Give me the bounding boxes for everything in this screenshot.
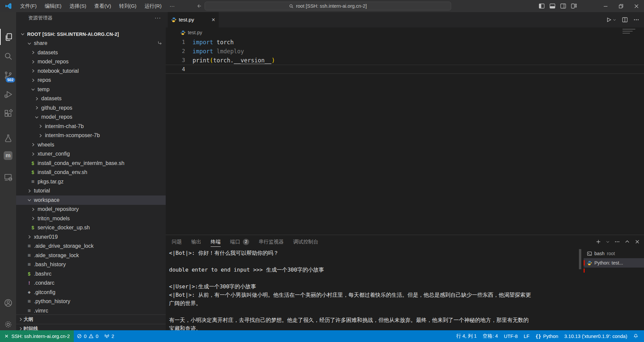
search-view-icon[interactable] [0,48,16,64]
breadcrumb[interactable]: test.py [180,27,202,38]
status-item-行 4, 列 1[interactable]: 行 4, 列 1 [453,330,480,342]
code-area[interactable]: 1import torch2import lmdeploy3print(torc… [166,38,644,74]
maximize-panel-icon[interactable] [625,239,630,244]
explorer-icon[interactable] [0,29,16,45]
menu-item-1[interactable]: 编辑(E) [41,0,65,12]
status-item-LF[interactable]: LF [521,330,532,342]
tree-item-internlm-xcomposer-7b[interactable]: internlm-xcomposer-7b [16,131,166,140]
tree-item-.gitconfig[interactable]: ◆.gitconfig [16,288,166,297]
status-item-Python[interactable]: {}Python [532,330,561,342]
menu-item-3[interactable]: 查看(V) [90,0,115,12]
minimap[interactable] [623,29,636,35]
sidebar-title-row: 资源管理器 ··· [16,12,166,24]
status-item-空格: 4[interactable]: 空格: 4 [480,330,501,342]
panel-tab-终端[interactable]: 终端 [211,235,221,248]
tree-item-model_repos[interactable]: model_repos [16,57,166,67]
close-panel-icon[interactable] [635,239,640,244]
menu-overflow[interactable]: ··· [166,0,179,12]
tree-root-header[interactable]: ROOT [SSH: SSH.INTERN-AI.ORG.CN-2] [16,30,166,39]
toggle-panel-icon[interactable] [549,3,555,9]
tree-item-datasets[interactable]: datasets [16,94,166,104]
menu-item-4[interactable]: 转到(G) [115,0,141,12]
tree-item-.python_history[interactable]: ≡.python_history [16,297,166,306]
more-actions-icon[interactable] [633,17,639,23]
sidebar-more-icon[interactable]: ··· [155,15,161,21]
tree-item-.bashrc[interactable]: $.bashrc [16,269,166,279]
toggle-sidebar-icon[interactable] [539,3,545,9]
timeline-section[interactable]: 时间线 [16,324,166,330]
tree-item-xtuner019[interactable]: xtuner019 [16,232,166,242]
tree-item-temp[interactable]: temp [16,85,166,94]
code-line-1[interactable]: 1import torch [166,38,644,47]
tree-item-workspace[interactable]: workspace [16,195,166,205]
source-control-icon[interactable]: 502 [0,67,16,83]
tree-item-datasets[interactable]: datasets [16,48,166,57]
tree-item-install_conda_env.sh[interactable]: $install_conda_env.sh [16,168,166,177]
panel-tab-输出[interactable]: 输出 [191,235,201,248]
tree-item-triton_models[interactable]: triton_models [16,214,166,223]
extensions-icon[interactable] [0,105,16,121]
customize-layout-icon[interactable] [571,3,577,9]
tree-item-model_repos[interactable]: model_repos [16,113,166,122]
remote-indicator[interactable]: SSH: ssh.intern-ai.org.cn-2 [0,330,74,342]
tree-item-tutorial[interactable]: tutorial [16,186,166,196]
terminal-tab-bash[interactable]: bashroot [584,249,644,258]
tree-item-.aide_storage_lock[interactable]: ≡.aide_storage_lock [16,251,166,260]
tree-item-xtuner_config[interactable]: xtuner_config [16,150,166,159]
panel-tab-调试控制台[interactable]: 调试控制台 [293,235,318,248]
tree-item-.aide_drive_storage_lock[interactable]: ≡.aide_drive_storage_lock [16,242,166,251]
ports-indicator[interactable]: 2 [101,330,117,342]
outline-section[interactable]: 大纲 [16,315,166,324]
tree-item-share[interactable]: share [16,39,166,48]
run-button[interactable] [606,17,616,23]
tree-item-repos[interactable]: repos [16,76,166,85]
terminal-output[interactable]: <|Bot|>: 你好！有什么我可以帮助你的吗？ double enter to… [169,249,578,330]
chevron-right-icon [34,96,40,102]
tree-item-install_conda_env_internlm_base.sh[interactable]: $install_conda_env_internlm_base.sh [16,159,166,168]
new-terminal-icon[interactable] [596,239,601,244]
testing-icon[interactable] [0,130,16,146]
menu-item-5[interactable]: 运行(R) [141,0,166,12]
tree-item-pkgs.tar.gz[interactable]: ≡pkgs.tar.gz [16,177,166,186]
tree-item-.vimrc[interactable]: ≡.vimrc [16,306,166,316]
panel-more-icon[interactable] [614,239,620,244]
run-debug-icon[interactable] [0,86,16,102]
close-window-icon[interactable] [629,0,644,12]
toggle-secondary-sidebar-icon[interactable] [560,3,566,9]
panel-tab-端口[interactable]: 端口2 [230,235,249,248]
tree-item-github_repos[interactable]: github_repos [16,103,166,113]
status-item-UTF-8[interactable]: UTF-8 [501,330,521,342]
code-line-3[interactable]: 3print(torch.__version__) [166,56,644,65]
terminal-tab-Python: test...[interactable]: Python: test... [584,258,644,268]
code-line-2[interactable]: 2import lmdeploy [166,47,644,56]
account-icon[interactable] [0,295,16,311]
tab-close-icon[interactable]: ✕ [211,17,215,22]
settings-gear-icon[interactable] [0,316,16,332]
tree-item-internlm-chat-7b[interactable]: internlm-chat-7b [16,122,166,131]
status-item-bell[interactable] [630,330,641,342]
tree-item-model_repository[interactable]: model_repository [16,205,166,214]
command-center-search[interactable]: root [SSH: ssh.intern-ai.org.cn-2] [205,2,451,10]
tab-test-py[interactable]: test.py ✕ [168,12,219,27]
split-editor-icon[interactable] [622,17,628,23]
terminal-dropdown-icon[interactable] [606,240,610,244]
panel-tab-串行监视器[interactable]: 串行监视器 [259,235,284,248]
back-icon[interactable] [196,3,202,9]
status-item-3.10.13 ('xtuner0.1.9': conda)[interactable]: 3.10.13 ('xtuner0.1.9': conda) [561,330,630,342]
chevron-right-icon [26,234,32,240]
tree-item-notebook_tutorial[interactable]: notebook_tutorial [16,66,166,76]
restore-icon[interactable] [613,0,629,12]
problems-indicator[interactable]: 0 0 [74,330,101,342]
remote-explorer-icon[interactable] [0,169,16,185]
code-line-4[interactable]: 4 [166,65,644,74]
tree-item-wheels[interactable]: wheels [16,140,166,150]
m-extension-icon[interactable]: m [0,148,16,164]
terminal-scrollbar[interactable] [579,249,581,269]
minimize-icon[interactable] [598,0,613,12]
menu-item-2[interactable]: 选择(S) [65,0,90,12]
menu-item-0[interactable]: 文件(F) [16,0,41,12]
tree-item-.bash_history[interactable]: ≡.bash_history [16,260,166,270]
tree-item-service_docker_up.sh[interactable]: $service_docker_up.sh [16,223,166,233]
panel-tab-问题[interactable]: 问题 [172,235,182,248]
tree-item-.condarc[interactable]: !.condarc [16,279,166,288]
